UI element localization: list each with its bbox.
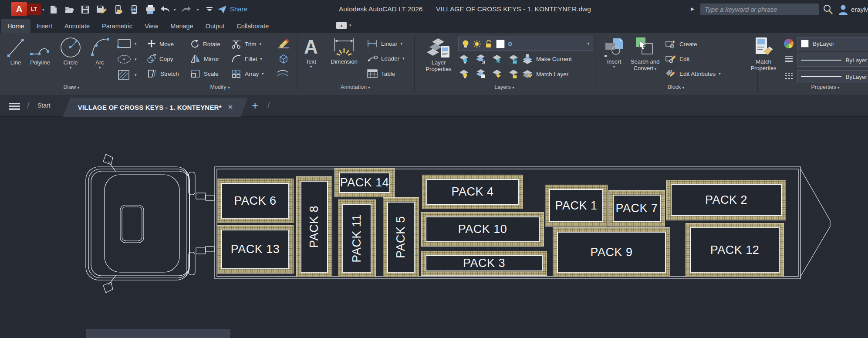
tab-parametric[interactable]: Parametric — [96, 19, 138, 33]
array-button[interactable]: Array ▾ — [231, 69, 264, 78]
tab-annotate[interactable]: Annotate — [58, 19, 96, 33]
pack-pack-10[interactable]: PACK 10 — [421, 212, 544, 247]
tab-manage[interactable]: Manage — [164, 19, 199, 33]
circle-caret-icon[interactable]: ▾ — [58, 66, 83, 70]
redo-button[interactable] — [181, 4, 192, 15]
plot-button[interactable] — [145, 4, 156, 15]
search-input[interactable] — [700, 3, 819, 15]
text-button[interactable]: A Text ▾ — [301, 36, 321, 69]
pack-pack-14[interactable]: PACK 14 — [334, 168, 395, 197]
save-button[interactable] — [80, 4, 91, 15]
polyline-button[interactable]: Polyline — [29, 37, 51, 66]
arc-caret-icon[interactable]: ▾ — [90, 66, 110, 70]
erase-button[interactable] — [277, 38, 290, 49]
rectangle-caret-icon[interactable]: ▾ — [135, 42, 137, 46]
array-caret-icon[interactable]: ▾ — [262, 72, 264, 76]
rectangle-button[interactable]: ▾ — [117, 38, 137, 49]
modify-panel-label[interactable]: Modify ▾ — [203, 84, 237, 90]
edit-attributes-button[interactable]: Edit Attributes ▾ — [665, 69, 721, 78]
pack-pack-9[interactable]: PACK 9 — [553, 227, 670, 277]
leader-caret-icon[interactable]: ▾ — [402, 57, 405, 61]
pack-pack-4[interactable]: PACK 4 — [422, 175, 523, 209]
make-current-button[interactable]: Make Current — [522, 53, 572, 64]
circle-button[interactable]: Circle ▾ — [58, 36, 83, 70]
layer-isolate-icon[interactable] — [475, 54, 486, 64]
search-button[interactable] — [822, 4, 834, 15]
edit-block-button[interactable]: Edit — [665, 54, 689, 64]
open-button[interactable] — [64, 4, 75, 15]
layer-select-caret-icon[interactable]: ▾ — [587, 42, 589, 46]
draw-panel-label[interactable]: Draw ▾ — [54, 84, 89, 90]
new-file-button[interactable] — [48, 4, 59, 15]
tab-view[interactable]: View — [138, 19, 164, 33]
rotate-button[interactable]: Rotate — [190, 39, 220, 49]
text-caret-icon[interactable]: ▾ — [301, 65, 321, 69]
properties-panel-label[interactable]: Properties ▾ — [806, 84, 845, 90]
insert-button[interactable]: Insert ▾ — [602, 37, 626, 69]
fillet-caret-icon[interactable]: ▾ — [260, 57, 263, 61]
object-color-select[interactable]: ByLayer — [797, 37, 868, 50]
redo-caret-icon[interactable]: ▾ — [197, 8, 199, 12]
ellipse-caret-icon[interactable]: ▾ — [135, 57, 137, 61]
linetype-select[interactable]: ByLayer — [797, 70, 868, 83]
fillet-button[interactable]: Fillet ▾ — [231, 54, 262, 64]
lineweight-select[interactable]: ByLayer — [797, 54, 868, 67]
table-button[interactable]: Table — [367, 69, 395, 78]
hatch-button[interactable]: ▾ — [117, 69, 137, 81]
insert-caret-icon[interactable]: ▾ — [602, 65, 626, 69]
drawing-canvas[interactable]: PACK 6PACK 13PACK 8PACK 14PACK 11PACK 5P… — [0, 117, 868, 338]
block-panel-label[interactable]: Block ▾ — [659, 84, 693, 90]
match-properties-button[interactable]: MatchProperties — [750, 37, 777, 71]
linear-button[interactable]: Linear ▾ — [367, 39, 402, 48]
save-to-mobile-button[interactable] — [128, 4, 140, 15]
layer-unlock-tool-icon[interactable] — [508, 69, 519, 78]
app-menu-button[interactable]: A — [11, 2, 27, 16]
move-button[interactable]: Move — [147, 39, 174, 49]
pack-pack-6[interactable]: PACK 6 — [217, 179, 294, 223]
layer-unisolate-icon[interactable] — [475, 69, 486, 78]
account-button[interactable] — [837, 3, 849, 16]
share-label[interactable]: Share — [230, 5, 247, 13]
tab-home[interactable]: Home — [1, 19, 30, 33]
file-tab-menu-button[interactable] — [9, 102, 20, 110]
layer-select[interactable]: 0 ▾ — [458, 37, 593, 51]
scale-button[interactable]: Scale — [190, 69, 219, 78]
tab-insert[interactable]: Insert — [30, 19, 58, 33]
undo-button[interactable] — [159, 4, 171, 15]
linear-caret-icon[interactable]: ▾ — [401, 42, 403, 46]
annotation-panel-label[interactable]: Annotation ▾ — [334, 84, 377, 90]
layers-panel-label[interactable]: Layers ▾ — [487, 84, 522, 90]
app-menu-caret-icon[interactable]: ▾ — [42, 8, 44, 12]
ribbon-display-caret-icon[interactable]: ▾ — [349, 24, 351, 27]
tab-output[interactable]: Output — [199, 19, 231, 33]
search-expand-icon[interactable]: ▶ — [691, 6, 694, 12]
layer-on-tool-icon[interactable] — [459, 69, 469, 78]
stretch-button[interactable]: Stretch — [147, 69, 179, 78]
arc-button[interactable]: Arc ▾ — [90, 36, 110, 70]
ribbon-display-toggle[interactable]: ▲ — [336, 22, 347, 29]
offset-button[interactable] — [276, 69, 289, 78]
hatch-caret-icon[interactable]: ▾ — [135, 73, 137, 77]
pack-pack-1[interactable]: PACK 1 — [545, 185, 608, 226]
edit-attributes-caret-icon[interactable]: ▾ — [719, 72, 721, 76]
layer-freeze-icon[interactable] — [492, 54, 502, 64]
explode-button[interactable] — [277, 53, 290, 64]
search-convert-button[interactable]: Search andConvert ▾ — [627, 37, 663, 71]
pack-pack-3[interactable]: PACK 3 — [421, 251, 547, 276]
match-layer-button[interactable]: Match Layer — [522, 69, 568, 79]
line-button[interactable]: Line — [6, 37, 25, 66]
pack-pack-2[interactable]: PACK 2 — [666, 180, 786, 220]
pack-pack-13[interactable]: PACK 13 — [217, 225, 294, 274]
create-block-button[interactable]: Create — [665, 39, 697, 49]
tab-active-document[interactable]: VILLAGE OF CROSS KEYS - 1. KONTEYNER* ✕ — [63, 98, 248, 117]
dimension-button[interactable]: Dimension — [328, 37, 361, 65]
layer-lock-icon[interactable] — [508, 54, 519, 64]
customize-qat-button[interactable] — [204, 4, 215, 15]
layer-thaw-icon[interactable] — [492, 69, 502, 78]
new-tab-button[interactable]: + — [252, 100, 258, 111]
tab-collaborate[interactable]: Collaborate — [230, 19, 275, 33]
save-as-button[interactable] — [96, 4, 107, 15]
command-line-strip[interactable] — [86, 329, 230, 338]
layer-properties-button[interactable]: LayerProperties — [423, 37, 454, 72]
ellipse-button[interactable]: ▾ — [117, 54, 137, 64]
